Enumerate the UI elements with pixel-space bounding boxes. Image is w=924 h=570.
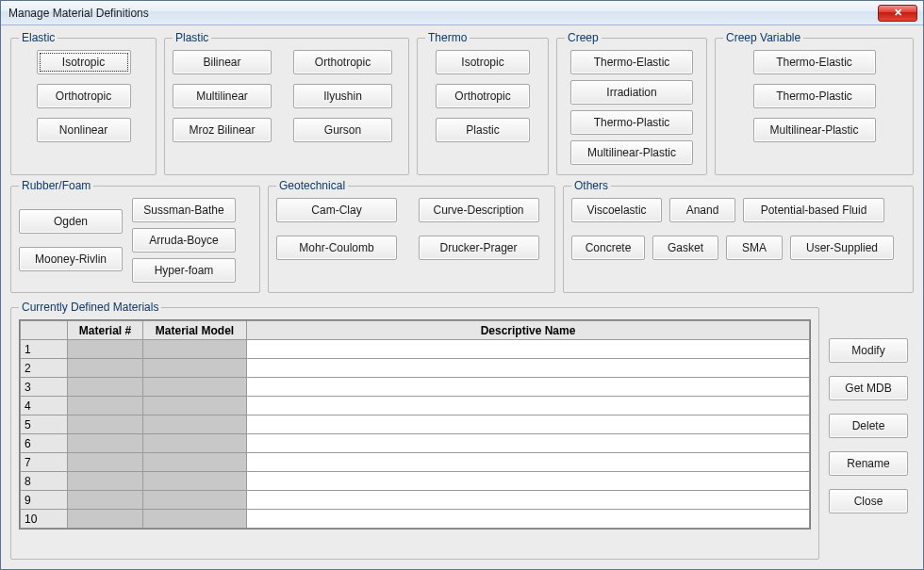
plastic-bilinear-button[interactable]: Bilinear — [173, 50, 272, 74]
creepvar-thermo-plastic-button[interactable]: Thermo-Plastic — [753, 84, 876, 108]
cell-descriptive-name[interactable] — [247, 359, 810, 378]
cell-material-number[interactable] — [68, 472, 143, 491]
others-sma-button[interactable]: SMA — [726, 236, 783, 260]
row-number: 10 — [21, 510, 68, 529]
cell-material-model[interactable] — [143, 491, 247, 510]
geo-cam-clay-button[interactable]: Cam-Clay — [276, 198, 397, 222]
row-number: 3 — [21, 378, 68, 397]
materials-table[interactable]: Material # Material Model Descriptive Na… — [20, 320, 810, 529]
group-creep-variable-legend: Creep Variable — [723, 31, 803, 44]
elastic-orthotropic-button[interactable]: Orthotropic — [37, 84, 131, 108]
row-number: 7 — [21, 453, 68, 472]
group-rubber-foam: Rubber/Foam Ogden Mooney-Rivlin Sussman-… — [10, 179, 260, 293]
creepvar-multilinear-plastic-button[interactable]: Multilinear-Plastic — [753, 118, 876, 142]
thermo-orthotropic-button[interactable]: Orthotropic — [436, 84, 530, 108]
rubber-arruda-boyce-button[interactable]: Arruda-Boyce — [132, 228, 236, 252]
creepvar-thermo-elastic-button[interactable]: Thermo-Elastic — [753, 50, 876, 74]
table-corner — [21, 321, 68, 340]
others-concrete-button[interactable]: Concrete — [571, 236, 645, 260]
cell-material-model[interactable] — [143, 397, 247, 415]
th-material-model[interactable]: Material Model — [143, 321, 247, 340]
cell-descriptive-name[interactable] — [247, 453, 810, 472]
geo-mohr-coulomb-button[interactable]: Mohr-Coulomb — [276, 236, 397, 260]
others-gasket-button[interactable]: Gasket — [652, 236, 718, 260]
close-button[interactable]: Close — [829, 489, 908, 513]
cell-material-number[interactable] — [68, 378, 143, 397]
close-icon[interactable]: ✕ — [878, 5, 917, 22]
group-others-legend: Others — [571, 179, 611, 192]
cell-descriptive-name[interactable] — [247, 491, 810, 510]
cell-material-model[interactable] — [143, 510, 247, 529]
cell-material-number[interactable] — [68, 415, 143, 434]
cell-descriptive-name[interactable] — [247, 510, 810, 529]
plastic-mroz-bilinear-button[interactable]: Mroz Bilinear — [173, 118, 272, 142]
cell-descriptive-name[interactable] — [247, 472, 810, 491]
cell-descriptive-name[interactable] — [247, 415, 810, 434]
creep-multilinear-plastic-button[interactable]: Multilinear-Plastic — [570, 140, 693, 165]
cell-material-number[interactable] — [68, 510, 143, 529]
rubber-sussman-bathe-button[interactable]: Sussman-Bathe — [132, 198, 236, 222]
plastic-ilyushin-button[interactable]: Ilyushin — [293, 84, 392, 108]
group-creep: Creep Thermo-Elastic Irradiation Thermo-… — [556, 31, 707, 175]
others-anand-button[interactable]: Anand — [669, 198, 735, 222]
cell-descriptive-name[interactable] — [247, 340, 810, 359]
thermo-plastic-button[interactable]: Plastic — [436, 118, 530, 142]
cell-material-number[interactable] — [68, 434, 143, 453]
cell-material-number[interactable] — [68, 359, 143, 378]
cell-material-number[interactable] — [68, 453, 143, 472]
plastic-orthotropic-button[interactable]: Orthotropic — [293, 50, 392, 74]
table-row[interactable]: 2 — [21, 359, 810, 378]
plastic-multilinear-button[interactable]: Multilinear — [173, 84, 272, 108]
cell-material-number[interactable] — [68, 397, 143, 415]
th-material-number[interactable]: Material # — [68, 321, 143, 340]
rubber-mooney-rivlin-button[interactable]: Mooney-Rivlin — [19, 247, 123, 271]
table-row[interactable]: 10 — [21, 510, 810, 529]
cell-material-model[interactable] — [143, 415, 247, 434]
thermo-isotropic-button[interactable]: Isotropic — [436, 50, 530, 74]
geo-drucker-prager-button[interactable]: Drucker-Prager — [419, 236, 539, 260]
materials-table-wrap: Material # Material Model Descriptive Na… — [19, 319, 811, 529]
cell-material-number[interactable] — [68, 340, 143, 359]
cell-descriptive-name[interactable] — [247, 434, 810, 453]
cell-material-model[interactable] — [143, 378, 247, 397]
cell-material-model[interactable] — [143, 359, 247, 378]
group-creep-variable: Creep Variable Thermo-Elastic Thermo-Pla… — [715, 31, 914, 175]
delete-button[interactable]: Delete — [829, 414, 908, 438]
cell-descriptive-name[interactable] — [247, 378, 810, 397]
creep-thermo-plastic-button[interactable]: Thermo-Plastic — [570, 110, 693, 135]
elastic-nonlinear-button[interactable]: Nonlinear — [37, 118, 131, 142]
elastic-isotropic-button[interactable]: Isotropic — [37, 50, 131, 74]
table-row[interactable]: 3 — [21, 378, 810, 397]
others-viscoelastic-button[interactable]: Viscoelastic — [571, 198, 662, 222]
rubber-ogden-button[interactable]: Ogden — [19, 209, 123, 234]
table-row[interactable]: 1 — [21, 340, 810, 359]
cell-material-model[interactable] — [143, 453, 247, 472]
table-row[interactable]: 6 — [21, 434, 810, 453]
table-row[interactable]: 5 — [21, 415, 810, 434]
geo-curve-description-button[interactable]: Curve-Description — [419, 198, 539, 222]
table-row[interactable]: 9 — [21, 491, 810, 510]
table-row[interactable]: 8 — [21, 472, 810, 491]
others-user-supplied-button[interactable]: User-Supplied — [790, 236, 894, 260]
cell-descriptive-name[interactable] — [247, 397, 810, 415]
rubber-hyper-foam-button[interactable]: Hyper-foam — [132, 258, 236, 283]
creep-irradiation-button[interactable]: Irradiation — [570, 80, 693, 105]
table-row[interactable]: 7 — [21, 453, 810, 472]
get-mdb-button[interactable]: Get MDB — [829, 376, 908, 400]
th-descriptive-name[interactable]: Descriptive Name — [247, 321, 810, 340]
group-thermo-legend: Thermo — [425, 31, 470, 44]
cell-material-model[interactable] — [143, 472, 247, 491]
others-potential-based-fluid-button[interactable]: Potential-based Fluid — [743, 198, 884, 222]
row-number: 6 — [21, 434, 68, 453]
plastic-gurson-button[interactable]: Gurson — [293, 118, 392, 142]
cell-material-model[interactable] — [143, 340, 247, 359]
modify-button[interactable]: Modify — [829, 338, 908, 363]
table-row[interactable]: 4 — [21, 397, 810, 415]
row-number: 5 — [21, 415, 68, 434]
group-thermo: Thermo Isotropic Orthotropic Plastic — [417, 31, 549, 175]
creep-thermo-elastic-button[interactable]: Thermo-Elastic — [570, 50, 693, 74]
row-material-types-1: Elastic Isotropic Orthotropic Nonlinear … — [10, 31, 914, 175]
cell-material-number[interactable] — [68, 491, 143, 510]
rename-button[interactable]: Rename — [829, 451, 908, 476]
cell-material-model[interactable] — [143, 434, 247, 453]
